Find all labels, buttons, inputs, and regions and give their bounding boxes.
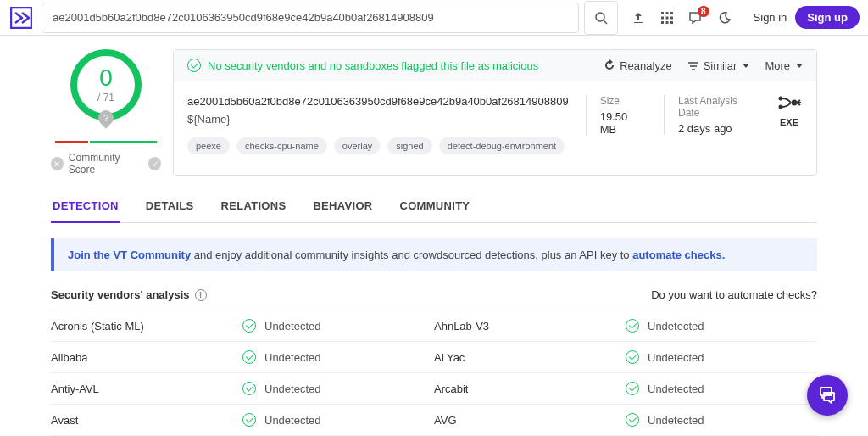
tag[interactable]: checks-cpu-name [236, 137, 327, 154]
vendor-row: AlibabaUndetectedALYacUndetected [51, 342, 817, 373]
vendor-status: Undetected [648, 320, 704, 333]
tab-relations[interactable]: RELATIONS [220, 191, 288, 222]
file-hash: ae2001d5b60a2f0bd8e72c0106363950cd9f68e9… [187, 95, 569, 108]
vendor-row: Acronis (Static ML)UndetectedAhnLab-V3Un… [51, 310, 817, 342]
svg-point-16 [779, 105, 783, 109]
vendor-name: Antiy-AVL [51, 383, 183, 395]
gauge-numerator: 0 [99, 66, 113, 90]
check-circle-icon [626, 319, 639, 333]
size-label: Size [600, 95, 643, 107]
check-circle-icon [242, 413, 256, 427]
vendor-status: Undetected [264, 383, 321, 395]
upload-icon[interactable] [625, 4, 652, 31]
check-circle-icon [626, 350, 639, 364]
signin-link[interactable]: Sign in [745, 11, 796, 24]
check-circle-icon [187, 59, 201, 72]
signup-button[interactable]: Sign up [795, 6, 860, 29]
vendors-title: Security vendors' analysis [51, 288, 190, 301]
svg-rect-7 [665, 16, 668, 19]
check-circle-icon [242, 319, 256, 333]
last-analysis-value: 2 days ago [678, 122, 755, 135]
vendor-row: AvastUndetectedAVGUndetected [51, 405, 817, 436]
vendor-status: Undetected [648, 351, 704, 364]
svg-rect-3 [661, 12, 664, 14]
tab-detection[interactable]: DETECTION [51, 191, 120, 223]
verdict-text: No security vendors and no sandboxes fla… [208, 59, 538, 72]
search-icon[interactable] [584, 1, 618, 35]
chevron-down-icon [796, 64, 803, 68]
vendor-name: AhnLab-V3 [434, 320, 566, 333]
tag[interactable]: overlay [334, 137, 381, 154]
chat-fab[interactable] [807, 375, 848, 416]
vendor-name: ALYac [434, 351, 566, 364]
svg-rect-8 [670, 16, 673, 19]
svg-rect-10 [665, 21, 668, 24]
file-name: ${Name} [187, 113, 569, 126]
svg-point-17 [792, 100, 798, 106]
score-bar [55, 141, 157, 143]
tab-behavior[interactable]: BEHAVIOR [311, 191, 374, 222]
chevron-down-icon [743, 64, 749, 68]
tag[interactable]: peexe [187, 137, 230, 154]
apps-icon[interactable] [654, 4, 681, 31]
automate-checks-link[interactable]: automate checks. [632, 249, 725, 261]
svg-rect-6 [661, 16, 664, 19]
notifications-icon[interactable]: 8 [682, 4, 709, 31]
vendor-status: Undetected [264, 351, 321, 364]
vendor-name: Avast [51, 414, 183, 427]
check-icon: ✓ [148, 157, 161, 170]
check-circle-icon [242, 350, 256, 364]
vendor-name: Alibaba [51, 351, 183, 364]
check-circle-icon [626, 413, 639, 427]
info-icon[interactable]: i [195, 289, 207, 301]
tag[interactable]: detect-debug-environment [439, 137, 565, 154]
similar-button[interactable]: Similar [687, 59, 750, 72]
svg-point-1 [596, 13, 604, 21]
vendor-name: AVG [434, 414, 566, 427]
svg-rect-4 [665, 12, 668, 14]
reanalyze-button[interactable]: Reanalyze [604, 59, 671, 72]
svg-rect-11 [670, 21, 673, 24]
check-circle-icon [242, 382, 256, 395]
svg-rect-9 [661, 21, 664, 24]
x-icon: ✕ [51, 157, 64, 170]
check-circle-icon [626, 382, 639, 395]
promo-banner: Join the VT Community and enjoy addition… [51, 238, 817, 271]
vendor-status: Undetected [264, 414, 321, 427]
tag[interactable]: signed [387, 137, 431, 154]
svg-point-15 [779, 97, 783, 101]
more-button[interactable]: More [765, 59, 803, 72]
tab-community[interactable]: COMMUNITY [398, 191, 471, 222]
vendor-name: Arcabit [434, 383, 566, 395]
vendor-name: Acronis (Static ML) [51, 320, 183, 333]
filetype-badge: EXE [776, 117, 803, 127]
community-score-label: Community Score [69, 152, 143, 176]
size-value: 19.50 MB [600, 110, 643, 136]
last-analysis-label: Last Analysis Date [678, 95, 755, 119]
gauge-denominator: / 71 [97, 92, 114, 103]
logo[interactable] [8, 4, 35, 31]
search-input[interactable]: ae2001d5b60a2f0bd8e72c0106363950cd9f68e9… [42, 3, 579, 33]
tab-details[interactable]: DETAILS [144, 191, 196, 222]
vendor-row: Antiy-AVLUndetectedArcabitUndetected [51, 373, 817, 405]
svg-line-2 [604, 20, 607, 24]
svg-rect-5 [670, 12, 673, 14]
filetype-icon [776, 95, 803, 117]
notification-badge: 8 [698, 6, 709, 17]
theme-icon[interactable] [711, 4, 738, 31]
vendor-status: Undetected [264, 320, 321, 333]
automate-link[interactable]: Do you want to automate checks? [651, 288, 817, 301]
vendor-status: Undetected [648, 383, 704, 395]
vendor-status: Undetected [648, 414, 704, 427]
join-community-link[interactable]: Join the VT Community [68, 249, 191, 261]
